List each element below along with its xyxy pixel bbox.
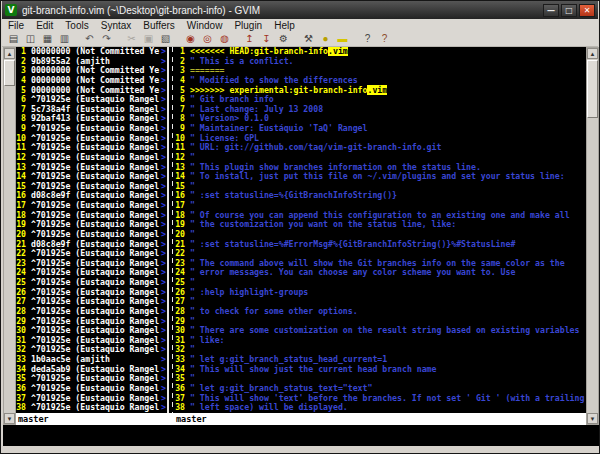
blame-text: ^701925e (Eustaquio Rangel — [31, 344, 159, 354]
gvim-logo-icon: V — [5, 4, 17, 16]
cut-icon: ✂ — [127, 34, 135, 44]
menu-help[interactable]: Help — [268, 20, 301, 31]
blame-text: ^701925e (Eustaquio Rangel — [31, 94, 159, 104]
code-line[interactable]: 21" :set statusline=%#ErrorMsg#%{GitBran… — [175, 240, 587, 250]
code-segment-comment: " :help highlight-groups — [190, 287, 308, 297]
code-line[interactable]: 14" To install, just put this file on ~/… — [175, 172, 587, 182]
blame-text: ^701925e (Eustaquio Rangel — [31, 383, 159, 393]
code-line[interactable]: 30" There are some customization on the … — [175, 326, 587, 336]
open-file-button[interactable]: ▤ — [5, 32, 22, 46]
titlebar: V git-branch-info.vim (~\Desktop\git-bra… — [2, 1, 598, 19]
paste-button[interactable]: ▧ — [157, 32, 174, 46]
find-help-icon: ? — [382, 34, 388, 44]
code-line[interactable]: 26" :help highlight-groups — [175, 288, 587, 298]
code-line[interactable]: 38" left space) will be displayed. — [175, 403, 587, 413]
right-scrollbar[interactable]: ▲ ▼ — [586, 47, 599, 425]
code-segment-comment: " Version> 0.1.0 — [190, 113, 269, 123]
blame-text: ^701925e (Eustaquio Rangel — [31, 248, 159, 258]
blame-text: ^701925e (Eustaquio Rangel — [31, 258, 159, 268]
code-segment-comment: " — [190, 344, 195, 354]
find-previous-button[interactable]: ◍ — [216, 32, 233, 46]
minimize-button[interactable]: — — [543, 4, 559, 17]
code-segment-comment: " This is a conflict. — [190, 56, 294, 66]
code-segment-comment: " :set statusline=%#ErrorMsg#%{GitBranch… — [190, 239, 515, 249]
save-all-button[interactable]: ▦ — [39, 32, 56, 46]
code-segment-comment: " let g:git_branch_status_head_current=1 — [190, 354, 387, 364]
find-next-button[interactable]: ◎ — [199, 32, 216, 46]
code-line[interactable]: 24" error messages. You can choose any c… — [175, 268, 587, 278]
code-line[interactable]: 19" the customization you want on the st… — [175, 220, 587, 230]
blame-text: ^701925e (Eustaquio Rangel — [31, 373, 159, 383]
save-file-button[interactable]: ◫ — [22, 32, 39, 46]
scroll-down-icon[interactable]: ▼ — [4, 413, 15, 424]
code-segment-comment: " There are some customization on the re… — [190, 325, 579, 335]
menu-bar: FileEditToolsSyntaxBuffersWindowPluginHe… — [2, 19, 598, 33]
blame-text: ^701925e (Eustaquio Rangel — [31, 229, 159, 239]
save-session-button[interactable]: ↧ — [258, 32, 275, 46]
make-button[interactable]: ⚒ — [300, 32, 317, 46]
code-segment-comment: " The command above will show the Git br… — [190, 258, 565, 268]
menu-syntax[interactable]: Syntax — [95, 20, 138, 31]
code-segment-search: .vim — [328, 47, 348, 56]
blame-pane[interactable]: 100000000 (Not Committed Ye>29b8955a2 (a… — [16, 47, 167, 413]
code-line[interactable]: 34" This will show just the current head… — [175, 365, 587, 375]
vertical-split-separator[interactable] — [167, 47, 175, 413]
blame-text: 00000000 (Not Committed Ye — [31, 85, 159, 95]
tag-jump-button[interactable]: ▬ — [334, 32, 351, 46]
code-line[interactable]: 16" :set statusline=%{GitBranchInfoStrin… — [175, 191, 587, 201]
blame-text: ^701925e (Eustaquio Rangel — [31, 152, 159, 162]
code-line[interactable]: 11" URL: git://github.com/taq/vim-git-br… — [175, 143, 587, 153]
print-icon: ▥ — [60, 34, 69, 44]
code-segment-marker2: ======= — [190, 65, 225, 75]
code-segment-comment: " — [190, 181, 195, 191]
undo-button[interactable]: ↶ — [81, 32, 98, 46]
code-line[interactable]: 28" to check for some other options. — [175, 307, 587, 317]
status-branch-left: master — [18, 414, 49, 424]
menu-window[interactable]: Window — [181, 20, 229, 31]
file-pane[interactable]: 1<<<<<<< HEAD:git-branch-info.vim2" This… — [175, 47, 587, 413]
find-replace-button[interactable]: ◉ — [182, 32, 199, 46]
code-segment-marker: >>>>>>> experimental:git-branch-info — [190, 85, 367, 95]
run-ctags-button[interactable]: ● — [317, 32, 334, 46]
run-script-button[interactable]: ⚙ — [275, 32, 292, 46]
scrollbar-thumb[interactable] — [587, 60, 598, 118]
print-button[interactable]: ▥ — [56, 32, 73, 46]
code-segment-comment: " — [190, 296, 195, 306]
scroll-up-icon[interactable]: ▲ — [587, 48, 598, 59]
code-segment-comment: " Maintainer: Eustáquio 'TaQ' Rangel — [190, 123, 367, 133]
code-segment-comment: " like: — [190, 335, 225, 345]
undo-icon: ↶ — [85, 34, 93, 44]
cut-button: ✂ — [123, 32, 140, 46]
paste-icon: ▧ — [161, 34, 170, 44]
scrollbar-thumb[interactable] — [4, 60, 15, 86]
maximize-button[interactable]: □ — [561, 4, 577, 17]
find-help-button[interactable]: ? — [376, 32, 393, 46]
menu-edit[interactable]: Edit — [30, 20, 59, 31]
blame-text: ^701925e (Eustaquio Rangel — [31, 335, 159, 345]
menu-tools[interactable]: Tools — [59, 20, 94, 31]
command-line[interactable] — [3, 425, 599, 446]
blame-text: deda5ab9 (Eustaquio Rangel — [31, 364, 159, 374]
blame-text: ^701925e (Eustaquio Rangel — [31, 171, 159, 181]
code-segment-comment: " error messages. You can choose any col… — [190, 267, 515, 277]
code-line[interactable]: 31" like: — [175, 336, 587, 346]
scroll-down-icon[interactable]: ▼ — [587, 413, 598, 424]
left-scrollbar[interactable]: ▲ ▼ — [3, 47, 16, 425]
blame-text: ^701925e (Eustaquio Rangel — [31, 316, 159, 326]
code-segment-comment: " License: GPL — [190, 133, 259, 143]
code-line[interactable]: 2" This is a conflict. — [175, 57, 587, 67]
menu-file[interactable]: File — [2, 20, 30, 31]
code-segment-comment: " — [190, 152, 195, 162]
help-button[interactable]: ? — [359, 32, 376, 46]
make-icon: ⚒ — [304, 34, 313, 44]
menu-plugin[interactable]: Plugin — [228, 20, 268, 31]
scroll-up-icon[interactable]: ▲ — [4, 48, 15, 59]
code-segment-comment: " — [190, 316, 195, 326]
code-segment-comment: " Git branch info — [190, 94, 274, 104]
find-replace-icon: ◉ — [186, 34, 195, 44]
redo-button[interactable]: ↷ — [98, 32, 115, 46]
blame-line[interactable]: 38^701925e (Eustaquio Rangel> — [16, 403, 167, 413]
load-session-button[interactable]: ↥ — [241, 32, 258, 46]
menu-buffers[interactable]: Buffers — [137, 20, 181, 31]
close-button[interactable]: ✕ — [579, 4, 595, 17]
